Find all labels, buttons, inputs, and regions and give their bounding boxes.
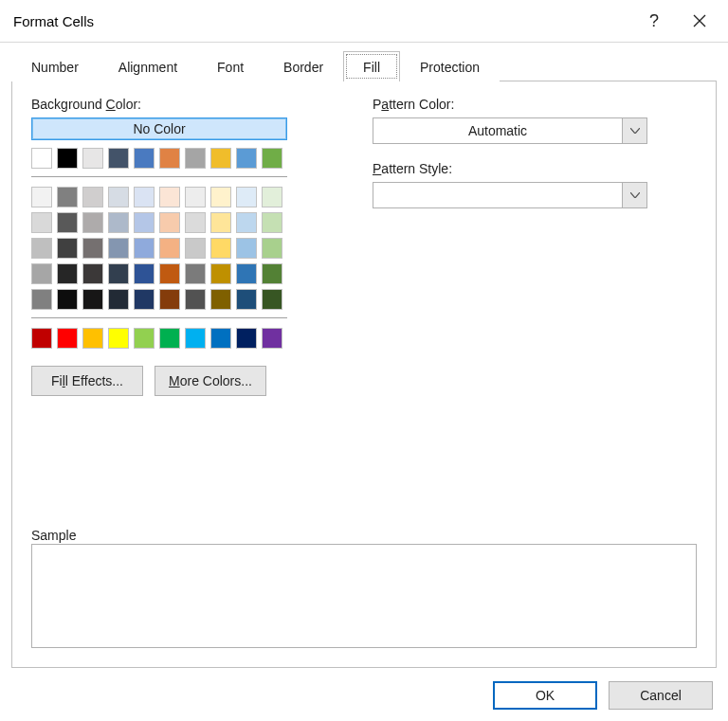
no-color-button[interactable]: No Color: [31, 117, 287, 140]
color-swatch[interactable]: [108, 238, 129, 259]
color-swatch[interactable]: [236, 289, 257, 310]
titlebar: Format Cells ?: [0, 0, 728, 42]
color-swatch[interactable]: [185, 212, 206, 233]
color-swatch[interactable]: [185, 263, 206, 284]
color-swatch[interactable]: [82, 263, 103, 284]
color-swatch[interactable]: [236, 328, 257, 349]
color-swatch[interactable]: [262, 238, 282, 259]
color-swatch[interactable]: [134, 263, 155, 284]
color-swatch[interactable]: [108, 289, 129, 310]
color-swatch[interactable]: [134, 212, 155, 233]
color-swatch[interactable]: [57, 289, 78, 310]
color-swatch[interactable]: [210, 328, 231, 349]
color-swatch[interactable]: [262, 263, 282, 284]
color-swatch[interactable]: [236, 238, 257, 259]
color-swatch[interactable]: [134, 148, 155, 169]
tab-fill[interactable]: Fill: [343, 51, 400, 81]
tab-alignment[interactable]: Alignment: [99, 51, 197, 81]
color-swatch[interactable]: [262, 328, 282, 349]
color-swatch[interactable]: [31, 187, 52, 207]
color-swatch[interactable]: [57, 238, 78, 259]
color-swatch[interactable]: [134, 289, 155, 310]
sample-label: Sample: [31, 528, 80, 543]
color-swatch[interactable]: [108, 328, 129, 349]
color-swatch[interactable]: [57, 187, 78, 207]
color-swatch[interactable]: [185, 289, 206, 310]
color-swatch[interactable]: [185, 238, 206, 259]
fill-effects-button[interactable]: Fill Effects...: [31, 366, 143, 396]
color-swatch[interactable]: [159, 328, 180, 349]
color-swatch[interactable]: [31, 328, 52, 349]
color-swatch[interactable]: [262, 148, 282, 169]
color-swatch[interactable]: [57, 148, 78, 169]
tab-number[interactable]: Number: [11, 51, 99, 81]
color-swatch[interactable]: [82, 187, 103, 207]
color-swatch[interactable]: [262, 212, 282, 233]
color-swatch[interactable]: [185, 187, 206, 207]
color-swatch[interactable]: [262, 187, 282, 207]
pattern-color-dropdown[interactable]: Automatic: [373, 117, 647, 144]
close-button[interactable]: [682, 5, 717, 37]
color-swatch[interactable]: [108, 263, 129, 284]
color-swatch[interactable]: [108, 187, 129, 207]
color-swatch[interactable]: [31, 289, 52, 310]
sample-section: Sample: [31, 527, 697, 648]
color-swatch[interactable]: [134, 328, 155, 349]
color-swatch[interactable]: [82, 212, 103, 233]
tabs-row: Number Alignment Font Border Fill Protec…: [0, 43, 728, 81]
color-swatch[interactable]: [236, 148, 257, 169]
color-swatch[interactable]: [108, 212, 129, 233]
color-swatch[interactable]: [210, 148, 231, 169]
color-swatch[interactable]: [31, 148, 52, 169]
tab-font[interactable]: Font: [197, 51, 264, 81]
color-swatch[interactable]: [159, 263, 180, 284]
more-colors-button[interactable]: More Colors...: [155, 366, 266, 396]
pattern-color-value: Automatic: [373, 118, 622, 143]
color-swatch[interactable]: [210, 212, 231, 233]
ok-button[interactable]: OK: [493, 681, 597, 710]
color-swatch[interactable]: [236, 187, 257, 207]
tab-border[interactable]: Border: [264, 51, 343, 81]
tint-row: [31, 289, 287, 310]
color-swatch[interactable]: [57, 328, 78, 349]
color-swatch[interactable]: [262, 289, 282, 310]
help-button[interactable]: ?: [637, 5, 671, 37]
color-swatch[interactable]: [159, 148, 180, 169]
color-swatch[interactable]: [31, 212, 52, 233]
pattern-style-dropdown[interactable]: [373, 182, 647, 208]
color-swatch[interactable]: [82, 289, 103, 310]
color-swatch[interactable]: [236, 263, 257, 284]
swatch-divider-2: [31, 317, 287, 318]
theme-color-row: [31, 148, 287, 169]
cancel-button[interactable]: Cancel: [609, 681, 713, 710]
color-swatch[interactable]: [134, 187, 155, 207]
color-swatch[interactable]: [159, 212, 180, 233]
color-swatch[interactable]: [236, 212, 257, 233]
color-swatch[interactable]: [57, 212, 78, 233]
color-swatch[interactable]: [31, 263, 52, 284]
dialog-title: Format Cells: [13, 13, 94, 29]
chevron-down-icon: [622, 183, 646, 207]
color-swatch[interactable]: [82, 328, 103, 349]
color-swatch[interactable]: [108, 148, 129, 169]
color-swatch[interactable]: [159, 187, 180, 207]
color-swatch[interactable]: [57, 263, 78, 284]
tab-protection[interactable]: Protection: [400, 51, 500, 81]
color-swatch[interactable]: [210, 289, 231, 310]
color-swatch[interactable]: [185, 328, 206, 349]
standard-color-row: [31, 328, 287, 349]
color-swatch[interactable]: [210, 187, 231, 207]
sample-preview: [31, 544, 697, 648]
color-swatch[interactable]: [134, 238, 155, 259]
color-swatch[interactable]: [31, 238, 52, 259]
color-swatch[interactable]: [210, 238, 231, 259]
color-swatch[interactable]: [82, 148, 103, 169]
tint-row: [31, 238, 287, 259]
color-swatch[interactable]: [159, 238, 180, 259]
close-icon: [693, 14, 706, 27]
color-swatch[interactable]: [210, 263, 231, 284]
color-swatch[interactable]: [82, 238, 103, 259]
tint-row: [31, 263, 287, 284]
color-swatch[interactable]: [185, 148, 206, 169]
color-swatch[interactable]: [159, 289, 180, 310]
